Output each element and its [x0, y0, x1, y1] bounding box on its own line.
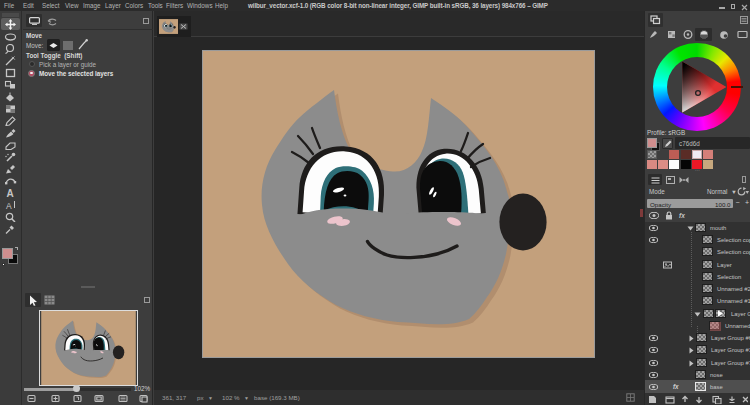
svg-text:A: A — [7, 188, 14, 199]
svg-text:A: A — [6, 201, 12, 211]
